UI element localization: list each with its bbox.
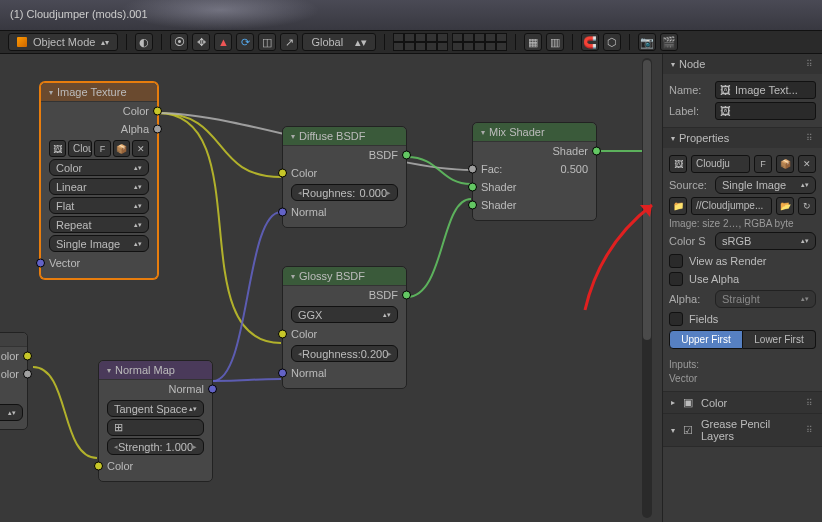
shading-icon[interactable]: ◐ xyxy=(135,33,153,51)
node-diffuse-bsdf[interactable]: ▾Diffuse BSDF BSDF Color ◂Roughnes:0.000… xyxy=(282,126,407,228)
source-dropdown[interactable]: Single Image▴▾ xyxy=(49,235,149,252)
image-browse-icon[interactable]: 🖼 xyxy=(669,155,687,173)
node-editor[interactable]: ▾Image Texture Color Alpha 🖼 Clou F 📦 ✕ … xyxy=(0,54,648,522)
toolbar: Object Mode ▴▾ ◐ ⦿ ✥ ▲ ⟳ ◫ ↗ Global ▴▾ ▦… xyxy=(0,30,822,54)
node-mix-shader[interactable]: ▾Mix Shader Shader Fac:0.500 Shader Shad… xyxy=(472,122,597,221)
axis-icon[interactable]: ▲ xyxy=(214,33,232,51)
node-header[interactable]: ▾Image Texture xyxy=(41,83,157,102)
node-glossy-bsdf[interactable]: ▾Glossy BSDF BSDF GGX▴▾ Color ◂Roughness… xyxy=(282,266,407,389)
overlay-icon-2[interactable]: ▥ xyxy=(546,33,564,51)
node-image-texture[interactable]: ▾Image Texture Color Alpha 🖼 Clou F 📦 ✕ … xyxy=(40,82,158,279)
mode-selector[interactable]: Object Mode ▴▾ xyxy=(8,33,118,51)
node-normal-map[interactable]: ▾Normal Map Normal Tangent Space▴▾ ⊞ ◂St… xyxy=(98,360,213,482)
pivot-icon[interactable]: ⦿ xyxy=(170,33,188,51)
view-as-render-checkbox[interactable] xyxy=(669,254,683,268)
scrollbar[interactable] xyxy=(642,58,652,518)
render-icon[interactable]: 📷 xyxy=(638,33,656,51)
node-header[interactable]: ▾Glossy BSDF xyxy=(283,267,406,286)
overlay-icon-1[interactable]: ▦ xyxy=(524,33,542,51)
unlink-icon[interactable]: ✕ xyxy=(798,155,816,173)
properties-panel: ▾Node⠿ Name:🖼Image Text... Label:🖼 ▾Prop… xyxy=(662,54,822,522)
folder-icon[interactable]: 📁 xyxy=(669,197,687,215)
distribution-dropdown[interactable]: GGX▴▾ xyxy=(291,306,398,323)
scale-icon[interactable]: ◫ xyxy=(258,33,276,51)
upper-first-toggle[interactable]: Upper First xyxy=(669,330,743,349)
node-header[interactable]: ▾Diffuse BSDF xyxy=(283,127,406,146)
object-mode-icon xyxy=(17,37,27,47)
filepath-field[interactable]: //Cloudjumpe... xyxy=(691,197,772,215)
image-info: Image: size 2…, RGBA byte xyxy=(669,218,816,229)
node-header[interactable]: ▾Mix Shader xyxy=(473,123,596,142)
animation-icon[interactable]: 🎬 xyxy=(660,33,678,51)
source-dropdown[interactable]: Single Image▴▾ xyxy=(715,176,816,194)
fake-user-button[interactable]: F xyxy=(94,140,111,157)
cursor-icon[interactable]: ↗ xyxy=(280,33,298,51)
roughness-field[interactable]: ◂Roughnes:0.000▸ xyxy=(291,184,398,201)
unpack-icon[interactable]: 📦 xyxy=(113,140,130,157)
coord-system[interactable]: Global ▴▾ xyxy=(302,33,376,51)
image-name-field[interactable]: Cloudju xyxy=(691,155,750,173)
browse-icon[interactable]: 📂 xyxy=(776,197,794,215)
image-browse-icon[interactable]: 🖼 xyxy=(49,140,66,157)
manipulator-icon[interactable]: ✥ xyxy=(192,33,210,51)
node-header[interactable]: ▾Normal Map xyxy=(99,361,212,380)
node-partial[interactable]: olor olor ✕ a▴▾ xyxy=(0,332,28,430)
fake-user-button[interactable]: F xyxy=(754,155,772,173)
use-alpha-checkbox[interactable] xyxy=(669,272,683,286)
scene-title: (1) Cloudjumper (mods).001 xyxy=(10,8,148,20)
projection-dropdown[interactable]: Flat▴▾ xyxy=(49,197,149,214)
uvmap-dropdown[interactable]: ⊞ xyxy=(107,419,204,436)
fields-checkbox[interactable] xyxy=(669,312,683,326)
unpack-icon[interactable]: 📦 xyxy=(776,155,794,173)
snap-type-icon[interactable]: ⬡ xyxy=(603,33,621,51)
colorspace-dropdown[interactable]: sRGB▴▾ xyxy=(715,232,816,250)
layers-widget[interactable] xyxy=(393,33,507,51)
panel-header-node[interactable]: ▾Node⠿ xyxy=(663,54,822,74)
panel-header-grease-pencil[interactable]: ▾☑Grease Pencil Layers⠿ xyxy=(663,414,822,446)
inputs-label: Inputs: xyxy=(669,359,816,370)
snap-icon[interactable]: 🧲 xyxy=(581,33,599,51)
panel-header-properties[interactable]: ▾Properties⠿ xyxy=(663,128,822,148)
panel-header-color[interactable]: ▸▣Color⠿ xyxy=(663,392,822,413)
vector-label: Vector xyxy=(669,373,816,384)
extension-dropdown[interactable]: Repeat▴▾ xyxy=(49,216,149,233)
rotate-icon[interactable]: ⟳ xyxy=(236,33,254,51)
colorspace-dropdown[interactable]: Color▴▾ xyxy=(49,159,149,176)
reload-icon[interactable]: ↻ xyxy=(798,197,816,215)
interpolation-dropdown[interactable]: Linear▴▾ xyxy=(49,178,149,195)
roughness-field[interactable]: ◂Roughness:0.200▸ xyxy=(291,345,398,362)
space-dropdown[interactable]: Tangent Space▴▾ xyxy=(107,400,204,417)
alpha-dropdown[interactable]: Straight▴▾ xyxy=(715,290,816,308)
unlink-icon[interactable]: ✕ xyxy=(132,140,149,157)
image-name[interactable]: Clou xyxy=(68,140,92,157)
name-field[interactable]: 🖼Image Text... xyxy=(715,81,816,99)
strength-field[interactable]: ◂Strength:1.000▸ xyxy=(107,438,204,455)
label-field[interactable]: 🖼 xyxy=(715,102,816,120)
lower-first-toggle[interactable]: Lower First xyxy=(743,330,816,349)
